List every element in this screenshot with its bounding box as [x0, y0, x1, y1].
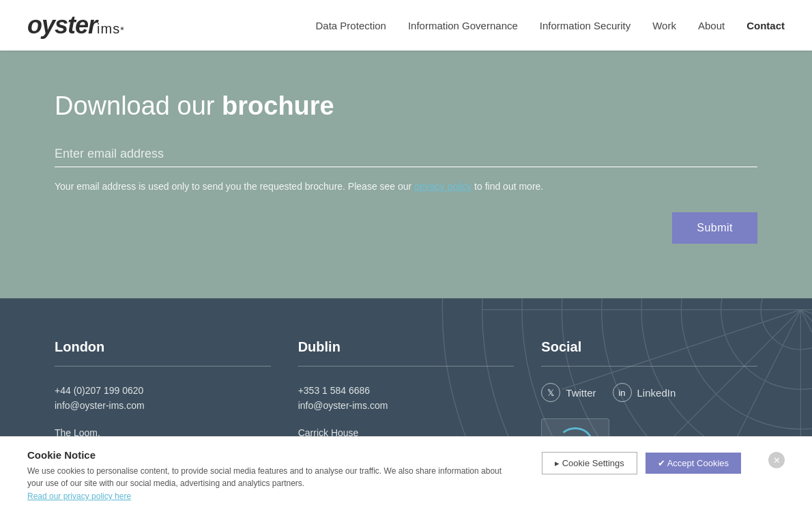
logo-oyster: oyster: [27, 11, 97, 40]
svg-point-0: [761, 298, 812, 349]
email-input[interactable]: [55, 141, 757, 167]
privacy-text-before: Your email address is used only to send …: [55, 181, 411, 192]
svg-line-15: [800, 310, 812, 390]
privacy-text-after: to find out more.: [474, 181, 543, 192]
logo-ims: ims: [97, 21, 120, 37]
footer-london-contact: +44 (0)207 199 0620 info@oyster-ims.com: [55, 383, 271, 414]
twitter-link[interactable]: 𝕏 Twitter: [541, 383, 596, 402]
linkedin-link[interactable]: in LinkedIn: [613, 383, 676, 402]
privacy-notice: Your email address is used only to send …: [55, 181, 757, 192]
footer-dublin-email-link[interactable]: info@oyster-ims.com: [298, 400, 388, 411]
footer-london-phone: +44 (0)207 199 0620: [55, 383, 271, 398]
cookie-title: Cookie Notice: [27, 449, 514, 461]
cookie-read-more-link[interactable]: Read our privacy policy here: [27, 491, 131, 501]
footer-london-email-link[interactable]: info@oyster-ims.com: [55, 400, 145, 411]
footer-social-divider: [541, 366, 757, 367]
footer-dublin-title: Dublin: [298, 339, 514, 355]
brochure-title-normal: Download our: [55, 91, 214, 120]
cookie-actions: ▸ Cookie Settings ✔ Accept Cookies: [542, 449, 741, 474]
footer-dublin-divider: [298, 366, 514, 367]
footer-london-title: London: [55, 339, 271, 355]
linkedin-icon: in: [613, 383, 632, 402]
brochure-title: Download our brochure: [55, 91, 757, 121]
footer-dublin-phone: +353 1 584 6686: [298, 383, 514, 398]
header: oyster ims * Data Protection Information…: [0, 0, 812, 51]
privacy-policy-link[interactable]: privacy policy: [414, 181, 472, 192]
footer-dublin-contact: +353 1 584 6686 info@oyster-ims.com: [298, 383, 514, 414]
footer-social-title: Social: [541, 339, 757, 355]
main-nav: Data Protection Information Governance I…: [316, 20, 785, 31]
footer-london-divider: [55, 366, 271, 367]
footer-dublin-email: info@oyster-ims.com: [298, 398, 514, 413]
logo-asterisk: *: [120, 25, 124, 35]
twitter-label: Twitter: [566, 387, 596, 399]
cookie-accept-button[interactable]: ✔ Accept Cookies: [646, 453, 741, 474]
logo: oyster ims *: [27, 11, 124, 40]
cookie-notice: Cookie Notice We use cookies to personal…: [0, 436, 812, 514]
footer-london-email: info@oyster-ims.com: [55, 398, 271, 413]
nav-work[interactable]: Work: [652, 20, 676, 31]
brochure-section: Download our brochure Your email address…: [0, 51, 812, 298]
linkedin-label: LinkedIn: [637, 387, 676, 399]
nav-contact[interactable]: Contact: [746, 20, 785, 31]
twitter-icon: 𝕏: [541, 383, 560, 402]
social-links-row: 𝕏 Twitter in LinkedIn: [541, 383, 757, 402]
cookie-settings-button[interactable]: ▸ Cookie Settings: [542, 452, 637, 474]
email-input-container: [55, 141, 757, 167]
cookie-content: Cookie Notice We use cookies to personal…: [27, 449, 514, 502]
nav-information-security[interactable]: Information Security: [540, 20, 630, 31]
brochure-title-bold: brochure: [222, 91, 334, 120]
cookie-close-button[interactable]: ✕: [768, 452, 785, 468]
nav-about[interactable]: About: [698, 20, 725, 31]
submit-button[interactable]: Submit: [672, 212, 757, 244]
cookie-body: We use cookies to personalise content, t…: [27, 465, 514, 489]
nav-data-protection[interactable]: Data Protection: [316, 20, 386, 31]
submit-button-container: Submit: [55, 212, 757, 244]
nav-information-governance[interactable]: Information Governance: [408, 20, 518, 31]
